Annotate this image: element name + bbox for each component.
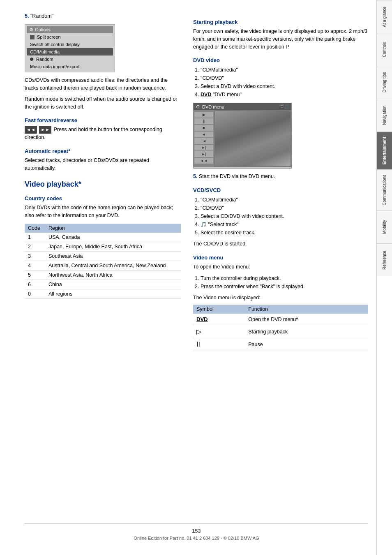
- checkbox-checked-icon: [30, 35, 35, 39]
- radio-selected-icon: [30, 58, 33, 61]
- list-item: Turn the controller during playback.: [201, 274, 368, 282]
- dvd-image-panel: [214, 110, 291, 167]
- vcd-steps: "CD/Multimedia" "CD/DVD" Select a CD/DVD…: [193, 196, 368, 237]
- dvd-controls-panel: ▶ ‖ ■ ◄ |◄ ►| ►| ◄◄: [194, 110, 214, 167]
- country-codes-title: Country codes: [25, 195, 181, 201]
- function-cell: Pause: [245, 338, 368, 351]
- video-menu-steps: Turn the controller during playback. Pre…: [193, 274, 368, 291]
- menu-item-music-data: Music data import/export: [27, 63, 113, 70]
- auto-repeat-desc: Selected tracks, directories or CDs/DVDs…: [25, 157, 181, 172]
- dvd-btn-skip-prev: |◄: [194, 138, 213, 144]
- dvd-controls-icon: 🎬🎵: [279, 104, 289, 109]
- code-cell: 0: [25, 289, 45, 298]
- sidebar-tab-reference[interactable]: Reference: [377, 243, 392, 276]
- code-cell: 5: [25, 270, 45, 280]
- table-row: 3Southeast Asia: [25, 251, 181, 261]
- step5-num: 5.: [25, 13, 29, 19]
- main-content: 5. "Random" ⚙ Options Split screen Switc…: [0, 0, 376, 555]
- dvd-step5: 5. Start the DVD via the DVD menu.: [193, 173, 368, 180]
- video-menu-title: Video menu: [193, 254, 368, 261]
- sidebar-tab-at-a-glance[interactable]: At a glance: [377, 0, 392, 33]
- menu-item-split-screen: Split screen: [27, 33, 113, 41]
- dvd-btn-next: ►|: [194, 145, 213, 150]
- dvd-symbol-icon: DVD: [196, 316, 208, 322]
- dvd-video-steps: "CD/Multimedia" "CD/DVD" Select a DVD wi…: [193, 66, 368, 99]
- region-cell: Australia, Central and South America, Ne…: [45, 261, 181, 270]
- symbol-cell: II: [193, 338, 245, 351]
- desc1: CDs/DVDs with compressed audio files: th…: [25, 76, 181, 92]
- list-item: Select the desired track.: [201, 229, 368, 237]
- two-column-layout: 5. "Random" ⚙ Options Split screen Switc…: [25, 12, 368, 515]
- symbol-cell: ▷: [193, 325, 245, 338]
- menu-title: ⚙ Options: [27, 26, 113, 33]
- starting-playback-desc: For your own safety, the video image is …: [193, 28, 368, 51]
- menu-item-random[interactable]: Random: [27, 56, 113, 63]
- sidebar-tab-mobility[interactable]: Mobility: [377, 210, 392, 243]
- region-cell: China: [45, 280, 181, 289]
- sidebar-tab-navigation[interactable]: Navigation: [377, 99, 392, 132]
- dvd-video-title: DVD video: [193, 57, 368, 63]
- page-number: 153: [25, 528, 368, 534]
- list-item: Select a DVD with video content.: [201, 82, 368, 90]
- code-cell: 3: [25, 251, 45, 261]
- table-row: 1USA, Canada: [25, 233, 181, 242]
- menu-item-cd-multimedia[interactable]: CD/Multimedia: [27, 48, 113, 56]
- video-playback-title: Video playback*: [25, 180, 181, 189]
- code-cell: 4: [25, 261, 45, 270]
- table-row: 5Northwest Asia, North Africa: [25, 270, 181, 280]
- chapter-sidebar: At a glance Controls Driving tips Naviga…: [376, 0, 392, 555]
- list-item: DVD "DVD menu": [201, 90, 368, 99]
- code-cell: 6: [25, 280, 45, 289]
- function-cell: Starting playback: [245, 325, 368, 338]
- page-container: 5. "Random" ⚙ Options Split screen Switc…: [0, 0, 392, 555]
- symbol-cell: DVD: [193, 314, 245, 325]
- region-cell: Southeast Asia: [45, 251, 181, 261]
- country-codes-desc: Only DVDs with the code of the home regi…: [25, 204, 181, 220]
- code-cell: 2: [25, 242, 45, 251]
- sidebar-tab-controls[interactable]: Controls: [377, 33, 392, 66]
- fast-forward-title: Fast forward/reverse: [25, 117, 181, 123]
- region-header: Region: [45, 224, 181, 233]
- list-item: Select a CD/DVD with video content.: [201, 212, 368, 220]
- dvd-menu-screenshot: ⊙ DVD menu 🎬🎵 ▶ ‖ ■ ◄ |◄ ►| ►|: [193, 103, 292, 169]
- table-row: IIPause: [193, 338, 368, 351]
- vcd-started-text: The CD/DVD is started.: [193, 240, 368, 248]
- symbol-function-table: Symbol Function DVDOpen the DVD menu*▷St…: [193, 305, 368, 351]
- table-row: 2Japan, Europe, Middle East, South Afric…: [25, 242, 181, 251]
- fast-forward-desc: ◄◄ ►► Press and hold the button for the …: [25, 126, 181, 141]
- function-header: Function: [245, 305, 368, 314]
- dvd-btn-prev: ◄: [194, 132, 213, 137]
- region-cell: USA, Canada: [45, 233, 181, 242]
- right-column: Starting playback For your own safety, t…: [193, 12, 368, 515]
- menu-item-switch-off: Switch off control display: [27, 41, 113, 48]
- sidebar-tab-communications[interactable]: Communications: [377, 169, 392, 210]
- music-note-icon: 🎵: [201, 221, 207, 229]
- region-cell: All regions: [45, 289, 181, 298]
- sidebar-tab-driving-tips[interactable]: Driving tips: [377, 66, 392, 99]
- gear-icon: ⚙: [29, 27, 33, 32]
- list-item: 🎵 "Select track": [201, 220, 368, 229]
- list-item: "CD/Multimedia": [201, 196, 368, 204]
- table-row: ▷Starting playback: [193, 325, 368, 338]
- table-row: 0All regions: [25, 289, 181, 298]
- table-row: 4Australia, Central and South America, N…: [25, 261, 181, 270]
- fastforward-icon: ►►: [39, 126, 51, 134]
- dvd-body: ▶ ‖ ■ ◄ |◄ ►| ►| ◄◄: [194, 110, 291, 167]
- rewind-icon: ◄◄: [25, 126, 37, 134]
- table-row: DVDOpen the DVD menu*: [193, 314, 368, 325]
- footer-text: Online Edition for Part no. 01 41 2 604 …: [25, 536, 368, 541]
- dvd-btn-stop: ■: [194, 125, 213, 131]
- sidebar-tab-entertainment[interactable]: Entertainment: [377, 132, 392, 169]
- list-item: "CD/Multimedia": [201, 66, 368, 74]
- dvd-logo: DVD: [201, 92, 211, 97]
- dvd-btn-skip-next: ►|: [194, 151, 213, 157]
- dvd-video-image: [215, 111, 291, 166]
- symbol-table-header: Symbol Function: [193, 305, 368, 314]
- video-menu-intro: To open the Video menu:: [193, 263, 368, 271]
- code-header: Code: [25, 224, 45, 233]
- video-menu-displayed: The Video menu is displayed:: [193, 294, 368, 302]
- region-cell: Japan, Europe, Middle East, South Africa: [45, 242, 181, 251]
- symbol-header: Symbol: [193, 305, 245, 314]
- starting-playback-title: Starting playback: [193, 19, 368, 25]
- step5-random: 5. "Random": [25, 12, 181, 20]
